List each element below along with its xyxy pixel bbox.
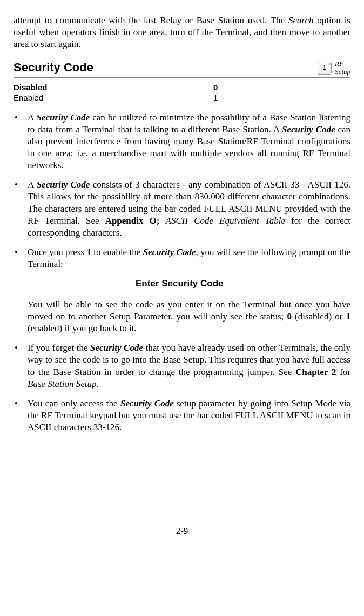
text xyxy=(159,216,165,226)
bullet-item: If you forget the Security Code that you… xyxy=(14,342,350,390)
text: You can only access the xyxy=(28,398,120,409)
options-table: Disabled 0 Enabled 1 xyxy=(14,82,350,103)
bullet-item: A Security Code consists of 3 characters… xyxy=(14,179,350,238)
text: (disabled) or xyxy=(292,311,346,322)
option-label: Enabled xyxy=(14,92,213,103)
option-row-enabled: Enabled 1 xyxy=(14,92,350,103)
bullet-list-2: If you forget the Security Code that you… xyxy=(14,342,350,433)
intro-paragraph: attempt to communicate with the last Rel… xyxy=(14,15,350,50)
text: A xyxy=(28,179,37,190)
rf-setup-label: RF Setup xyxy=(335,60,350,76)
ascii-table-italic: ASCII Code Equivalent Table xyxy=(166,216,285,226)
text: for xyxy=(336,367,350,377)
bullet-item: A Security Code can be utilized to minim… xyxy=(14,112,350,171)
security-code-bi: Security Code xyxy=(90,343,143,353)
rf-setup-block: 1 RF Setup xyxy=(318,60,350,76)
one-bold: 1 xyxy=(86,247,91,257)
security-code-bi: Security Code xyxy=(143,247,196,257)
page-number: 2-9 xyxy=(14,525,350,537)
option-value: 0 xyxy=(213,82,230,93)
rf-line1: RF xyxy=(335,59,343,68)
security-code-bi: Security Code xyxy=(37,179,90,190)
security-code-bi: Security Code xyxy=(120,398,174,409)
security-code-bi: Security Code xyxy=(36,112,90,123)
text: (enabled) if you go back to it. xyxy=(28,323,137,333)
security-code-bi: Security Code xyxy=(282,124,335,135)
chapter-bold: Chapter 2 xyxy=(295,367,336,377)
bullet-item: You can only access the Security Code se… xyxy=(14,398,350,433)
section-header-row: Security Code 1 RF Setup xyxy=(14,60,350,78)
keypad-one-icon: 1 xyxy=(318,62,332,75)
appendix-bold: Appendix O; xyxy=(105,216,160,226)
bullet-item: Once you press 1 to enable the Security … xyxy=(14,246,350,270)
bullet-list: A Security Code can be utilized to minim… xyxy=(14,112,350,270)
option-label: Disabled xyxy=(14,82,213,93)
one-bold: 1 xyxy=(346,311,351,322)
enter-security-code-prompt: Enter Security Code_ xyxy=(14,278,350,290)
option-row-disabled: Disabled 0 xyxy=(14,82,350,93)
sub-paragraph: You will be able to see the code as you … xyxy=(14,299,350,334)
section-title: Security Code xyxy=(14,60,93,76)
rf-line2: Setup xyxy=(335,68,350,76)
intro-text-pre: attempt to communicate with the last Rel… xyxy=(14,15,288,25)
intro-search-italic: Search xyxy=(288,15,314,25)
text: A xyxy=(28,112,36,123)
text: Once you press xyxy=(28,247,86,257)
base-station-italic: Base Station Setup. xyxy=(28,379,99,389)
option-value: 1 xyxy=(213,92,230,103)
text: to enable the xyxy=(91,247,143,257)
zero-bold: 0 xyxy=(287,311,292,322)
text: If you forget the xyxy=(28,343,90,353)
